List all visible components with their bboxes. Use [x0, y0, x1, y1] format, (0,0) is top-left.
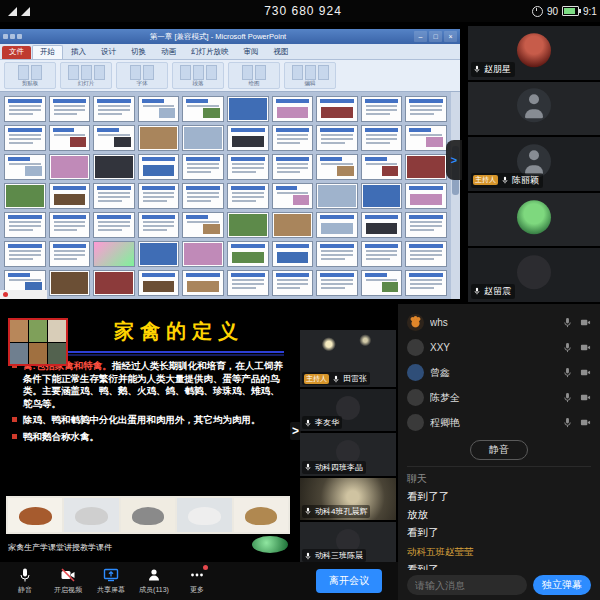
slide-thumbnail[interactable]: [182, 270, 224, 296]
slide-thumbnail[interactable]: [405, 212, 447, 238]
slide-thumbnail[interactable]: [138, 154, 180, 180]
slide-thumbnail[interactable]: [405, 183, 447, 209]
ppt-tab-7[interactable]: 审阅: [237, 46, 266, 59]
slide-thumbnail[interactable]: [49, 125, 91, 151]
ribbon-group[interactable]: 字体: [116, 62, 168, 89]
slide-thumbnail[interactable]: [361, 212, 403, 238]
video-tile[interactable]: 动科四班李晶: [300, 433, 396, 475]
chat-input[interactable]: [407, 575, 527, 595]
ribbon-button[interactable]: [31, 65, 42, 80]
slide-thumbnail[interactable]: [361, 96, 403, 122]
ribbon-button[interactable]: [318, 65, 329, 80]
slide-thumbnail[interactable]: [272, 241, 314, 267]
slide-thumbnail[interactable]: [93, 154, 135, 180]
member-row[interactable]: XXY: [407, 335, 591, 360]
slide-thumbnail[interactable]: [182, 183, 224, 209]
slide-thumbnail[interactable]: [93, 241, 135, 267]
slide-thumbnail[interactable]: [49, 154, 91, 180]
slide-thumbnail[interactable]: [49, 183, 91, 209]
redo-icon[interactable]: [17, 34, 22, 39]
video-tile[interactable]: 赵留震: [468, 248, 600, 302]
undo-icon[interactable]: [10, 34, 15, 39]
ribbon-button[interactable]: [68, 65, 79, 80]
slide-thumbnail[interactable]: [405, 154, 447, 180]
leave-meeting-button[interactable]: 离开会议: [316, 569, 382, 593]
ribbon-button[interactable]: [143, 65, 154, 80]
slide-thumbnail[interactable]: [316, 270, 358, 296]
slide-thumbnail[interactable]: [182, 96, 224, 122]
slide-thumbnail[interactable]: [316, 125, 358, 151]
video-tile[interactable]: 主持人田雷张: [300, 330, 396, 387]
close-button[interactable]: ×: [444, 31, 457, 42]
slide-thumbnail[interactable]: [361, 270, 403, 296]
slide-thumbnail[interactable]: [138, 183, 180, 209]
slide-thumbnail[interactable]: [272, 270, 314, 296]
scrollbar[interactable]: [451, 92, 460, 299]
slide-thumbnail[interactable]: [405, 96, 447, 122]
slide-thumbnail[interactable]: [272, 212, 314, 238]
slide-thumbnail[interactable]: [361, 183, 403, 209]
ppt-tab-1[interactable]: 开始: [32, 45, 63, 59]
ribbon-button[interactable]: [94, 65, 105, 80]
member-row[interactable]: whs: [407, 310, 591, 335]
slide-thumbnail[interactable]: [49, 96, 91, 122]
video-tile[interactable]: 李友华: [300, 389, 396, 431]
ribbon-button[interactable]: [305, 65, 316, 80]
ribbon-button[interactable]: [193, 65, 204, 80]
video-tile[interactable]: [468, 82, 600, 136]
mute-button[interactable]: 静音: [470, 440, 528, 460]
toolbar-more-button[interactable]: 更多: [182, 567, 212, 595]
slide-thumbnail[interactable]: [93, 183, 135, 209]
ribbon-button[interactable]: [206, 65, 217, 80]
slide-thumbnail[interactable]: [227, 270, 269, 296]
video-tile[interactable]: 动科4班孔晨辉: [300, 478, 396, 520]
slide-thumbnail[interactable]: [138, 270, 180, 296]
member-row[interactable]: 程卿艳: [407, 410, 591, 435]
ppt-tab-0[interactable]: 文件: [2, 46, 31, 59]
slide-thumbnail[interactable]: [227, 154, 269, 180]
slide-thumbnail[interactable]: [182, 241, 224, 267]
slide-thumbnail[interactable]: [272, 154, 314, 180]
slide-thumbnail[interactable]: [405, 125, 447, 151]
ppt-tab-5[interactable]: 动画: [154, 46, 183, 59]
slide-thumbnail[interactable]: [272, 96, 314, 122]
slide-thumbnail[interactable]: [49, 241, 91, 267]
maximize-button[interactable]: □: [429, 31, 442, 42]
ribbon-group[interactable]: 编辑: [284, 62, 336, 89]
ribbon-button[interactable]: [81, 65, 92, 80]
slide-thumbnail[interactable]: [93, 96, 135, 122]
slide-thumbnail[interactable]: [316, 96, 358, 122]
video-tile[interactable]: [468, 193, 600, 247]
slide-thumbnail[interactable]: [227, 96, 269, 122]
slide-thumbnail[interactable]: [316, 154, 358, 180]
ribbon-group[interactable]: 幻灯片: [60, 62, 112, 89]
slide-thumbnail[interactable]: [182, 125, 224, 151]
slide-thumbnail[interactable]: [361, 125, 403, 151]
toolbar-mic-button[interactable]: 静音: [10, 567, 40, 595]
toolbar-share-button[interactable]: 共享屏幕: [96, 567, 126, 595]
ribbon-group[interactable]: 绘图: [228, 62, 280, 89]
slide-thumbnail[interactable]: [361, 154, 403, 180]
slide-thumbnail[interactable]: [227, 212, 269, 238]
slide-thumbnail[interactable]: [138, 96, 180, 122]
collapse-panel-arrow[interactable]: >: [446, 140, 462, 180]
ppt-tab-2[interactable]: 插入: [64, 46, 93, 59]
slide-thumbnail[interactable]: [272, 183, 314, 209]
ribbon-group[interactable]: 剪贴板: [4, 62, 56, 89]
slide-thumbnail[interactable]: [4, 125, 46, 151]
ppt-tab-6[interactable]: 幻灯片放映: [184, 46, 236, 59]
video-tile[interactable]: 主持人陈丽颖: [468, 137, 600, 191]
slide-thumbnail[interactable]: [227, 241, 269, 267]
slide-thumbnail[interactable]: [182, 154, 224, 180]
ppt-tab-8[interactable]: 视图: [267, 46, 296, 59]
slide-thumbnail[interactable]: [405, 270, 447, 296]
slide-thumbnail[interactable]: [138, 241, 180, 267]
member-row[interactable]: 陈梦全: [407, 385, 591, 410]
ppt-tab-4[interactable]: 切换: [124, 46, 153, 59]
slide-thumbnail[interactable]: [4, 212, 46, 238]
slide-thumbnail[interactable]: [272, 125, 314, 151]
slide-thumbnail[interactable]: [227, 125, 269, 151]
slide-thumbnail[interactable]: [227, 183, 269, 209]
slide-thumbnail[interactable]: [4, 241, 46, 267]
slide-thumbnail[interactable]: [4, 96, 46, 122]
